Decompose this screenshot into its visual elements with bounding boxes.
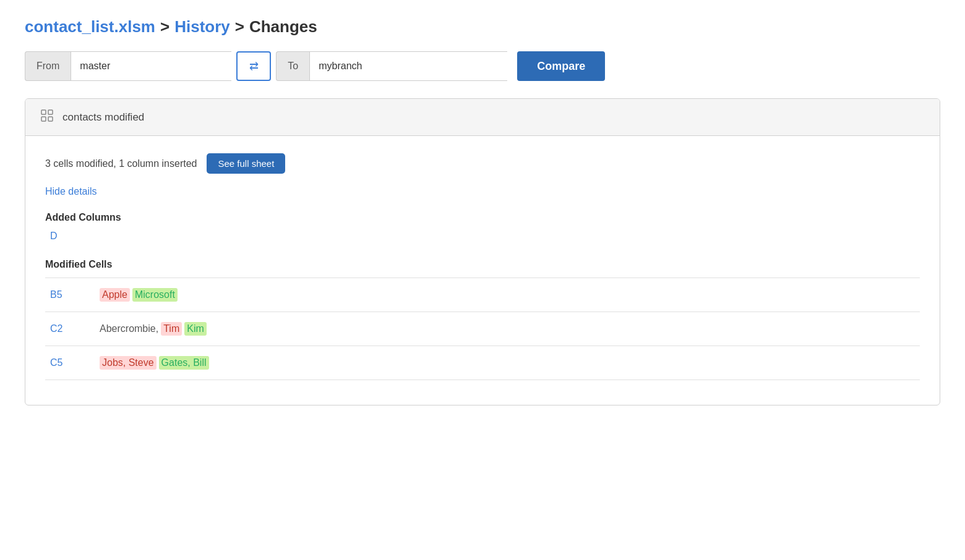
history-link[interactable]: History bbox=[174, 17, 230, 36]
from-label: From bbox=[25, 51, 71, 81]
svg-rect-1 bbox=[48, 110, 53, 114]
grid-icon bbox=[40, 109, 54, 125]
to-label: To bbox=[276, 51, 309, 81]
cell-content: Jobs, SteveGates, Bill bbox=[95, 346, 920, 380]
svg-rect-3 bbox=[48, 117, 53, 121]
modified-cells-section: Modified Cells B5AppleMicrosoftC2Abercro… bbox=[45, 259, 920, 380]
modified-cells-table: B5AppleMicrosoftC2Abercrombie,TimKimC5Jo… bbox=[45, 278, 920, 380]
card-body: 3 cells modified, 1 column inserted See … bbox=[25, 136, 940, 405]
breadcrumb: contact_list.xlsm > History > Changes bbox=[25, 17, 940, 36]
cell-content: AppleMicrosoft bbox=[95, 278, 920, 312]
swap-button[interactable]: ⇄ bbox=[236, 51, 271, 81]
diff-removed: Jobs, Steve bbox=[100, 356, 157, 370]
summary-row: 3 cells modified, 1 column inserted See … bbox=[45, 153, 920, 174]
table-row: B5AppleMicrosoft bbox=[45, 278, 920, 312]
svg-rect-0 bbox=[41, 110, 46, 114]
cell-ref: C5 bbox=[45, 346, 95, 380]
diff-removed: Apple bbox=[100, 288, 130, 302]
added-columns-title: Added Columns bbox=[45, 212, 920, 223]
page-title: Changes bbox=[249, 17, 317, 36]
cell-ref: B5 bbox=[45, 278, 95, 312]
from-input[interactable] bbox=[71, 51, 231, 81]
hide-details-link[interactable]: Hide details bbox=[45, 186, 97, 197]
diff-added: Kim bbox=[184, 322, 207, 336]
file-link[interactable]: contact_list.xlsm bbox=[25, 17, 155, 36]
card-header-title: contacts modified bbox=[62, 111, 144, 124]
sep1: > bbox=[160, 17, 169, 36]
table-row: C2Abercrombie,TimKim bbox=[45, 312, 920, 346]
diff-removed: Tim bbox=[161, 322, 182, 336]
changes-card: contacts modified 3 cells modified, 1 co… bbox=[25, 98, 940, 405]
swap-icon: ⇄ bbox=[249, 59, 259, 73]
table-row: C5Jobs, SteveGates, Bill bbox=[45, 346, 920, 380]
cell-content: Abercrombie,TimKim bbox=[95, 312, 920, 346]
diff-added: Gates, Bill bbox=[159, 356, 209, 370]
compare-bar: From ⇄ To Compare bbox=[25, 51, 940, 81]
diff-plain: Abercrombie, bbox=[100, 323, 158, 334]
summary-text: 3 cells modified, 1 column inserted bbox=[45, 158, 197, 169]
to-input[interactable] bbox=[309, 51, 507, 81]
see-full-sheet-button[interactable]: See full sheet bbox=[207, 153, 285, 174]
modified-cells-title: Modified Cells bbox=[45, 259, 920, 270]
diff-added: Microsoft bbox=[132, 288, 178, 302]
cell-ref: C2 bbox=[45, 312, 95, 346]
added-column-name: D bbox=[45, 231, 920, 242]
card-header: contacts modified bbox=[25, 99, 940, 136]
sep2: > bbox=[235, 17, 244, 36]
svg-rect-2 bbox=[41, 117, 46, 121]
compare-button[interactable]: Compare bbox=[517, 51, 605, 81]
